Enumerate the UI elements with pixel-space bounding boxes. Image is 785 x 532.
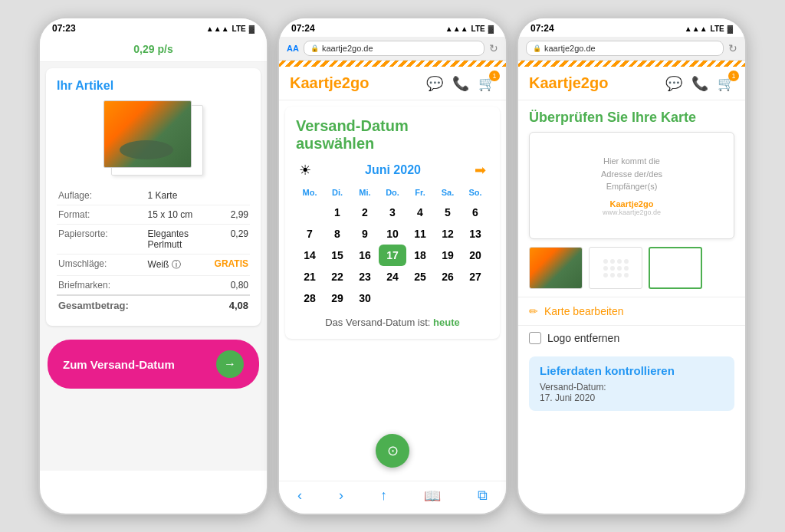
cal-cell[interactable]: 25	[406, 266, 434, 287]
logo-checkbox[interactable]	[529, 332, 541, 344]
karte-bearbeiten-text[interactable]: Karte bearbeiten	[544, 305, 624, 317]
cal-cell[interactable]: 27	[461, 266, 489, 287]
card-mockup	[103, 100, 203, 177]
label-papier: Papiersorte:	[57, 225, 146, 255]
url-box-2[interactable]: 🔒 kaartje2go.de	[304, 41, 484, 56]
back-nav[interactable]: ‹	[297, 488, 302, 504]
cart-icon-2[interactable]: 🛒 1	[478, 75, 495, 92]
time-2: 07:24	[291, 23, 315, 34]
value-briefmarken	[146, 276, 205, 296]
cal-cell[interactable]: 19	[434, 245, 461, 266]
message-icon-2[interactable]: 💬	[426, 75, 443, 92]
cal-cell[interactable]: 4	[406, 202, 434, 223]
thumb-photo[interactable]	[529, 247, 583, 289]
cal-cell[interactable]: 28	[296, 287, 324, 309]
message-icon-3[interactable]: 💬	[665, 75, 682, 92]
cal-cell[interactable]: 10	[379, 223, 406, 245]
cal-cell-today[interactable]: 17	[379, 245, 406, 266]
cal-cell[interactable]: 24	[379, 266, 406, 287]
tabs-nav[interactable]: ⧉	[478, 488, 488, 504]
cal-cell[interactable]: 8	[324, 223, 351, 245]
signal-area-2: ▲▲▲ LTE ▓	[445, 25, 494, 33]
pencil-icon: ✏	[529, 305, 538, 317]
share-nav[interactable]: ↑	[380, 488, 387, 504]
website-small: www.kaartje2go.de	[603, 209, 661, 216]
lock-icon-3: 🔒	[533, 44, 541, 52]
cal-cell[interactable]: 29	[324, 287, 351, 309]
cal-cell[interactable]: 22	[324, 266, 351, 287]
bookmarks-nav[interactable]: 📖	[424, 488, 441, 504]
cal-cell[interactable]: 15	[324, 245, 351, 266]
phone-icon-3[interactable]: 📞	[691, 75, 708, 92]
phone-3: 07:24 ▲▲▲ LTE ▓ 🔒 kaartje2go.de ↻ Kaartj…	[517, 17, 747, 515]
cal-cell[interactable]: 14	[296, 245, 324, 266]
refresh-icon-2[interactable]: ↻	[489, 42, 498, 54]
total-label: Gesamtbetrag:	[57, 295, 146, 315]
cal-cell	[461, 287, 489, 309]
lte-3: LTE	[711, 25, 724, 33]
cal-cell	[434, 287, 461, 309]
cal-cell[interactable]: 12	[434, 223, 461, 245]
versand-button[interactable]: Zum Versand-Datum →	[48, 340, 259, 389]
col-fr: Fr.	[406, 186, 434, 199]
battery-icon-2: ▓	[488, 25, 494, 33]
url-box-3[interactable]: 🔒 kaartje2go.de	[526, 41, 724, 56]
forward-nav[interactable]: ›	[339, 488, 343, 504]
refresh-icon-3[interactable]: ↻	[728, 42, 737, 54]
lieferdaten-title[interactable]: Lieferdaten kontrollieren	[540, 364, 724, 377]
cal-cell[interactable]	[296, 202, 324, 223]
article-box: Ihr Artikel Auflage: 1 Karte	[46, 68, 261, 326]
cal-cell[interactable]: 1	[324, 202, 351, 223]
kaartje-logo-small: Kaartje2go	[610, 199, 654, 209]
cal-cell[interactable]: 5	[434, 202, 461, 223]
cal-cell[interactable]: 21	[296, 266, 324, 287]
thumb-selected[interactable]	[649, 247, 702, 289]
cal-cell[interactable]: 30	[351, 287, 379, 309]
versand-datum-value: 17. Juni 2020	[540, 392, 595, 403]
status-bar-2: 07:24 ▲▲▲ LTE ▓	[279, 18, 506, 37]
lock-icon-2: 🔒	[310, 44, 319, 52]
cal-cell[interactable]: 26	[434, 266, 461, 287]
card-photo	[103, 100, 192, 168]
thumb-pattern[interactable]	[589, 247, 642, 289]
value-umschlag: Weiß ⓘ	[146, 255, 205, 276]
value-format: 15 x 10 cm	[146, 205, 205, 225]
cal-cell	[406, 287, 434, 309]
cal-cell[interactable]: 18	[406, 245, 434, 266]
cal-cell[interactable]: 2	[351, 202, 379, 223]
cal-cell[interactable]: 20	[461, 245, 489, 266]
battery-icon-1: ▓	[249, 25, 255, 33]
col-so: So.	[461, 186, 489, 199]
karte-preview-main: Hier kommt dieAdresse der/desEmpfänger(s…	[529, 132, 734, 239]
header-icons-2: 💬 📞 🛒 1	[426, 75, 495, 92]
next-month-btn[interactable]: ➡	[475, 162, 486, 179]
cal-cell[interactable]: 11	[406, 223, 434, 245]
time-1: 07:23	[52, 23, 76, 34]
status-bar-1: 07:23 ▲▲▲ LTE ▓	[40, 18, 267, 37]
cal-cell[interactable]: 7	[296, 223, 324, 245]
price-papier: 0,29	[205, 225, 250, 255]
total-row: Gesamtbetrag: 4,08	[57, 295, 250, 315]
cal-cell[interactable]: 13	[461, 223, 489, 245]
label-auflage: Auflage:	[57, 186, 146, 205]
cal-cell[interactable]: 23	[351, 266, 379, 287]
detail-table: Auflage: 1 Karte Format: 15 x 10 cm 2,99…	[57, 186, 250, 315]
kaartje-header-2: Kaartje2go 💬 📞 🛒 1	[279, 67, 506, 100]
battery-icon-3: ▓	[728, 25, 733, 33]
article-title: Ihr Artikel	[57, 79, 250, 93]
versand-datum-text: Das Versand-Datum ist: heute	[296, 317, 489, 328]
cal-cell[interactable]: 3	[379, 202, 406, 223]
calendar-nav: ☀ Juni 2020 ➡	[296, 162, 489, 179]
cal-cell[interactable]: 6	[461, 202, 489, 223]
table-row: Papiersorte: ElegantesPerlmutt 0,29	[57, 225, 250, 255]
phone-icon-2[interactable]: 📞	[452, 75, 469, 92]
cart-icon-3[interactable]: 🛒 1	[718, 75, 734, 92]
home-btn-2[interactable]: ⊙	[376, 434, 409, 468]
cal-cell[interactable]: 9	[351, 223, 379, 245]
cal-cell[interactable]: 16	[351, 245, 379, 266]
aa-text[interactable]: AA	[287, 44, 299, 53]
value-auflage: 1 Karte	[146, 186, 205, 205]
phone3-body: Kaartje2go 💬 📞 🛒 1 Überprüfen Sie Ihre K…	[518, 67, 745, 411]
thumb-dots	[600, 256, 632, 281]
versand-datum-row: Versand-Datum:	[540, 382, 724, 392]
